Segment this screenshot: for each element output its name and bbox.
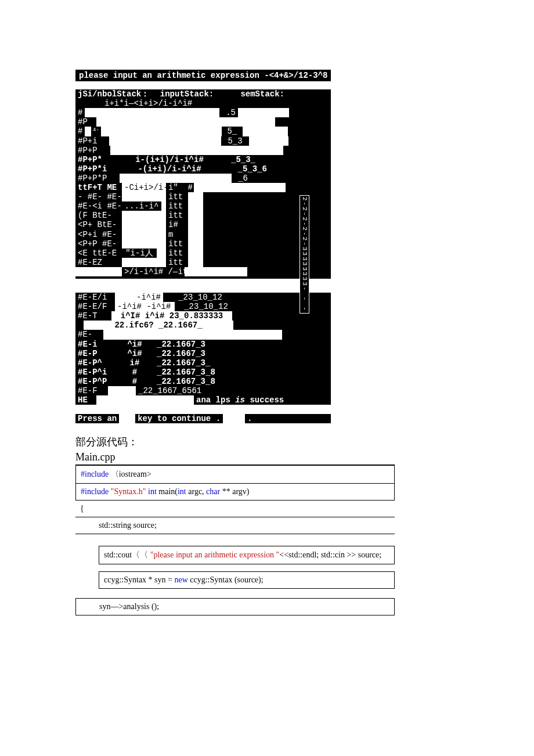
- trace-row: <P+P #E- itt: [75, 239, 289, 249]
- trace-row: #P+P*i -(i+i)/i-i^i# _5_3_6: [75, 164, 289, 174]
- trace-row: #E-<i #E- ...i-i^ itt: [75, 201, 289, 211]
- trace-row: #E-E/i -i^i# _23_10_12: [75, 293, 331, 302]
- trace-row: #P+P*P _6: [75, 174, 289, 183]
- source-label: 部分源代码：: [75, 435, 459, 449]
- trace-row: <E ttE-E "i-i人 itt: [75, 249, 289, 258]
- col-inputstack: inputStack:: [150, 89, 224, 99]
- code-line: std::cout〈〈 "please input an arithmetic …: [99, 546, 395, 564]
- trace-row: #E-F _22_1667_6561: [75, 386, 331, 395]
- trace-row: 22.ifc6? _22.1667_: [75, 321, 331, 330]
- trace-row: (F BtE- itt: [75, 211, 289, 220]
- code-line: syn—>analysis ();: [76, 599, 395, 615]
- trace-row: #P+P* i-(i+i)/i-i^i# _5_3_: [75, 155, 289, 164]
- trace-row: HE ana lps is success: [75, 395, 331, 405]
- trace-row: #E-P^ i# _22.1667_3_: [75, 358, 331, 368]
- trace-row: #P+i 5_3: [75, 136, 289, 146]
- success-msg: ana lps is success: [194, 395, 291, 405]
- trace-row: #E-P ^i# _22.1667_3: [75, 349, 331, 358]
- console-output: please input an arithmetic expression -<…: [75, 70, 331, 423]
- code-table: syn—>analysis ();: [75, 598, 395, 615]
- trace-row: #E-: [75, 330, 331, 339]
- trace-row: #P+P: [75, 146, 289, 155]
- trace-row: #P: [75, 117, 289, 127]
- code-line: #include 〈iostream>: [76, 466, 395, 484]
- trace-row: - #E- #E-< itt: [75, 192, 289, 201]
- filename: Main.cpp: [75, 451, 395, 465]
- trace-row: <P+ BtE- i#: [75, 220, 289, 229]
- trace-row: ttF+T ME -Ci+i>/i- i" #: [75, 183, 289, 192]
- console-subline: i+i*i—<i+i>/i-i^i#: [75, 99, 331, 108]
- press-any-key: Press an key to continue . .: [75, 414, 331, 423]
- trace-row: # 4- 5_: [75, 127, 289, 136]
- code-table: #include 〈iostream> #include "Syntax.h" …: [75, 465, 395, 501]
- console-header: jSi/nbolStack： inputStack: semStack:: [75, 89, 331, 99]
- code-table: ccyg::Syntax * syn = new ccyg::Syntax (s…: [99, 571, 395, 589]
- trace-row: #E-T i^I# i^i# 23_0.833333: [75, 311, 331, 321]
- code-line: {: [75, 501, 395, 517]
- trace-row: #E-P^P # _22.1667_3_8: [75, 377, 331, 386]
- code-line: #include "Syntax.h" int main(int argc, c…: [76, 484, 395, 501]
- console-prompt: please input an arithmetic expression -<…: [75, 70, 331, 81]
- code-table: std::string source;: [75, 517, 395, 534]
- trace-row: # .5: [75, 108, 289, 117]
- col-semstack: semStack:: [224, 89, 287, 99]
- col-symbolstack: jSi/nbolStack：: [75, 89, 150, 99]
- trace-row: <P+i #E- m: [75, 230, 289, 239]
- code-table: std::cout〈〈 "please input an arithmetic …: [99, 546, 395, 564]
- trace-row: #E-i ^i# _22.1667_3: [75, 340, 331, 349]
- vertical-bar: 2-2-2-2-2-33333333- - -: [300, 195, 309, 314]
- trace-row: >/i-i^i# /—it: [75, 267, 289, 276]
- code-line: ccyg::Syntax * syn = new ccyg::Syntax (s…: [99, 572, 395, 589]
- trace-row: #E-EZ itt: [75, 258, 289, 267]
- code-line: std::string source;: [75, 517, 395, 534]
- trace-row: #E-E/F -i^i# -i^i# - _23_10_12: [75, 302, 331, 311]
- trace-row: #E-P^i # _22.1667_3_8: [75, 368, 331, 377]
